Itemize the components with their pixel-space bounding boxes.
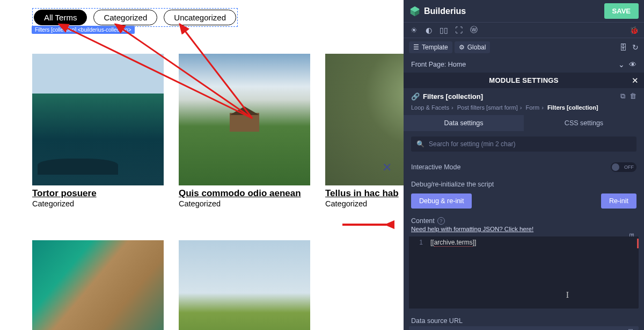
save-button[interactable]: SAVE — [604, 3, 639, 19]
post-card[interactable]: Tortor posuere Categorized — [32, 54, 164, 208]
interactive-mode-toggle[interactable]: OFF — [611, 162, 636, 172]
reinit-button[interactable]: Re-init — [601, 193, 636, 209]
content-label: Content — [411, 217, 435, 225]
close-icon[interactable]: ✕ — [382, 161, 392, 175]
help-icon[interactable]: ? — [437, 217, 445, 225]
list-icon: ☰ — [413, 44, 419, 51]
sun-icon[interactable]: ☀ — [409, 25, 419, 35]
wordpress-icon[interactable]: ⓦ — [469, 25, 479, 35]
debug-reinit-button[interactable]: Debug & re-init — [411, 193, 472, 209]
code-editor[interactable]: 1 [[archive.terms]] I — [409, 236, 639, 309]
post-thumbnail[interactable] — [32, 54, 164, 185]
post-card[interactable] — [32, 240, 164, 330]
post-card[interactable] — [179, 240, 310, 330]
chevron-down-icon[interactable]: ⌄ — [618, 60, 625, 69]
filters-collection[interactable]: All Terms Categorized Uncategorized Filt… — [32, 8, 238, 27]
text-cursor-icon: I — [566, 290, 569, 300]
module-settings-header: MODULE SETTINGS ✕ — [404, 73, 644, 88]
tab-global[interactable]: ⚙Global — [455, 41, 491, 53]
settings-search[interactable]: 🔍 Search for setting (min 2 char) — [411, 137, 636, 152]
interactive-mode-label: Interactive Mode — [411, 163, 460, 171]
tab-data-settings[interactable]: Data settings — [404, 115, 524, 131]
post-title[interactable]: Tortor posuere — [32, 188, 164, 199]
post-thumbnail[interactable] — [179, 240, 310, 330]
module-badge: Filters [collection] <builderius-collect… — [32, 26, 135, 34]
filter-pill-uncategorized[interactable]: Uncategorized — [164, 10, 236, 25]
layout-icon[interactable]: ▯▯ — [439, 25, 449, 35]
bug-icon[interactable]: 🐞 — [629, 25, 639, 35]
gear-icon: ⚙ — [459, 44, 465, 51]
history-icon[interactable]: ↻ — [632, 43, 639, 52]
close-icon[interactable]: ✕ — [632, 76, 639, 85]
breadcrumb: Loop & Facets› Post filters [smart form]… — [404, 104, 644, 115]
expand-icon[interactable]: ⛶ — [454, 25, 464, 35]
database-icon[interactable]: 🗄 — [619, 43, 627, 52]
filter-pill-all-terms[interactable]: All Terms — [34, 10, 87, 25]
data-source-input[interactable]: 🗄 — [409, 326, 639, 330]
contrast-icon[interactable]: ◐ — [424, 25, 434, 35]
trash-icon[interactable]: 🗑 — [630, 92, 636, 101]
help-link[interactable]: Need help with formatting JSON? Click he… — [404, 226, 644, 234]
data-source-label: Data source URL — [404, 314, 644, 326]
post-category: Categorized — [32, 199, 164, 208]
module-name: Filters [collection] — [423, 92, 483, 101]
eye-icon[interactable]: 👁 — [629, 60, 636, 69]
post-category: Categorized — [179, 199, 310, 208]
post-title[interactable]: Quis commodo odio aenean — [179, 188, 310, 199]
posts-grid: Tortor posuere Categorized Quis commodo … — [32, 54, 362, 330]
settings-sidebar: Builderius SAVE ☀ ◐ ▯▯ ⛶ ⓦ 🐞 ☰Template ⚙… — [404, 0, 644, 330]
copy-icon[interactable]: ⧉ — [620, 92, 625, 101]
error-indicator — [637, 239, 639, 248]
post-thumbnail[interactable] — [179, 54, 310, 185]
context-label: Front Page: Home — [411, 61, 466, 68]
post-thumbnail[interactable] — [32, 240, 164, 330]
link-icon: 🔗 — [411, 92, 420, 101]
tab-css-settings[interactable]: CSS settings — [524, 115, 644, 131]
tab-template[interactable]: ☰Template — [409, 41, 452, 53]
search-icon: 🔍 — [416, 140, 425, 148]
app-logo: Builderius — [409, 5, 466, 17]
debug-label: Debug/re-initialize the script — [411, 181, 494, 188]
post-card[interactable]: Quis commodo odio aenean Categorized — [179, 54, 310, 208]
filter-pill-categorized[interactable]: Categorized — [93, 10, 157, 25]
